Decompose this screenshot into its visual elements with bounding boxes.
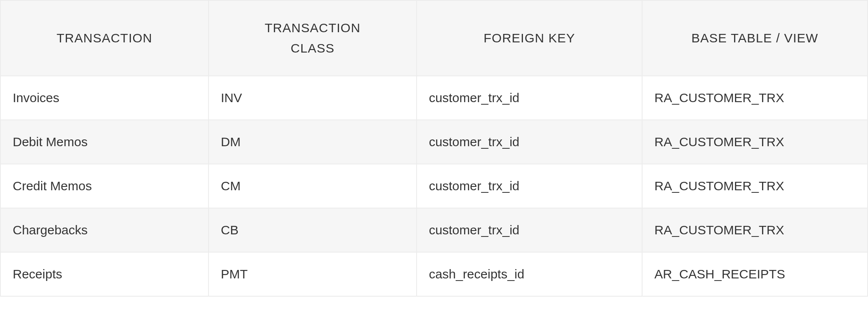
header-class-line1: TRANSACTION (217, 18, 408, 38)
header-transaction: TRANSACTION (0, 0, 209, 76)
cell-foreign-key: customer_trx_id (417, 120, 642, 164)
cell-class: DM (209, 120, 417, 164)
cell-class: INV (209, 76, 417, 120)
cell-class: CM (209, 164, 417, 208)
table-row: Invoices INV customer_trx_id RA_CUSTOMER… (0, 76, 868, 120)
cell-base-table: RA_CUSTOMER_TRX (642, 120, 868, 164)
header-foreign-key: FOREIGN KEY (417, 0, 642, 76)
cell-foreign-key: customer_trx_id (417, 164, 642, 208)
cell-transaction: Debit Memos (0, 120, 209, 164)
cell-base-table: RA_CUSTOMER_TRX (642, 208, 868, 252)
cell-transaction: Credit Memos (0, 164, 209, 208)
header-class-line2: CLASS (217, 38, 408, 58)
cell-transaction: Chargebacks (0, 208, 209, 252)
table-row: Receipts PMT cash_receipts_id AR_CASH_RE… (0, 252, 868, 296)
cell-base-table: AR_CASH_RECEIPTS (642, 252, 868, 296)
header-base-table: BASE TABLE / VIEW (642, 0, 868, 76)
table-row: Debit Memos DM customer_trx_id RA_CUSTOM… (0, 120, 868, 164)
cell-transaction: Receipts (0, 252, 209, 296)
cell-transaction: Invoices (0, 76, 209, 120)
table-row: Chargebacks CB customer_trx_id RA_CUSTOM… (0, 208, 868, 252)
cell-class: PMT (209, 252, 417, 296)
cell-foreign-key: customer_trx_id (417, 208, 642, 252)
cell-foreign-key: cash_receipts_id (417, 252, 642, 296)
cell-base-table: RA_CUSTOMER_TRX (642, 76, 868, 120)
cell-base-table: RA_CUSTOMER_TRX (642, 164, 868, 208)
cell-foreign-key: customer_trx_id (417, 76, 642, 120)
table-header-row: TRANSACTION TRANSACTION CLASS FOREIGN KE… (0, 0, 868, 76)
cell-class: CB (209, 208, 417, 252)
transaction-table: TRANSACTION TRANSACTION CLASS FOREIGN KE… (0, 0, 868, 297)
table-row: Credit Memos CM customer_trx_id RA_CUSTO… (0, 164, 868, 208)
header-transaction-class: TRANSACTION CLASS (209, 0, 417, 76)
